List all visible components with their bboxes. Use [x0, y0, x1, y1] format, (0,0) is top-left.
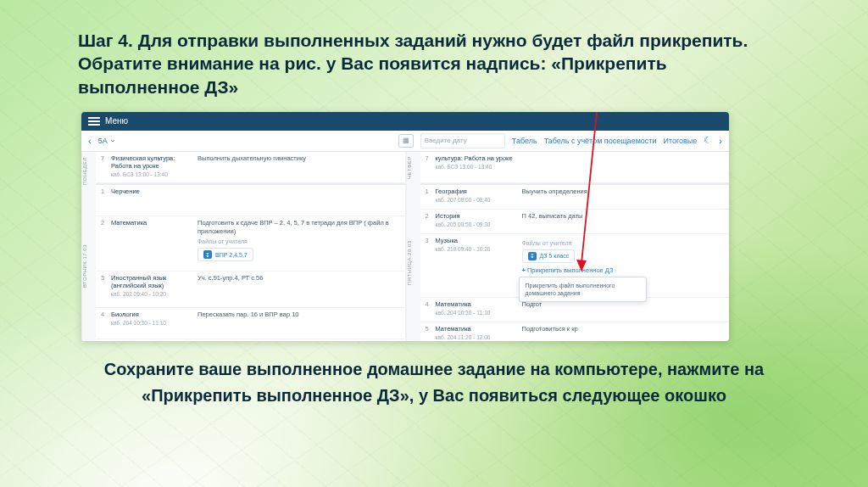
lesson-num: 3 — [424, 237, 431, 294]
chevron-down-icon: › — [108, 139, 116, 142]
menu-label[interactable]: Меню — [105, 116, 128, 126]
lesson-subject: История — [436, 212, 517, 220]
schedule-grid: ПОНЕДЕЛ ВТОРНИК 17.03 7 Физическая культ… — [81, 152, 729, 341]
attach-tooltip: Прикрепить файл выполненного домашнего з… — [519, 277, 647, 302]
right-rows: 7 культура: Работа на урокекаб. БСЗ 13:0… — [420, 152, 730, 341]
lesson-meta: каб. 207 08:00 - 08:40 — [436, 197, 517, 203]
lesson-num: 2 — [424, 212, 431, 231]
file-chip[interactable]: ↧ДЗ 5 класс — [522, 249, 576, 263]
step-heading: Шаг 4. Для отправки выполненных заданий … — [78, 29, 790, 98]
lesson-row[interactable]: 2 Историякаб. 205 08:50 - 09:30 П 42, вы… — [420, 210, 730, 234]
file-icon: ↧ — [203, 250, 212, 259]
lesson-hw: П 42, выписать даты — [522, 212, 726, 231]
files-label: Файлы от учителя — [198, 238, 402, 245]
lesson-subject: культура: Работа на уроке — [436, 154, 517, 162]
lesson-meta: каб. 204 10:30 - 11:10 — [436, 310, 517, 316]
lesson-num: 1 — [99, 188, 106, 213]
lesson-subject: Черчение — [111, 188, 192, 195]
lesson-row[interactable]: 7 Физическая культура: Работа на урокека… — [96, 152, 405, 183]
left-rows: 7 Физическая культура: Работа на урокека… — [96, 152, 405, 341]
lesson-row[interactable]: 1 Черчение — [96, 185, 405, 216]
calendar-icon[interactable]: ▦ — [398, 134, 414, 148]
class-selector[interactable]: 5А › — [98, 137, 114, 145]
lesson-row[interactable]: 7 культура: Работа на урокекаб. БСЗ 13:0… — [420, 152, 730, 183]
lesson-subject: Физическая культура: Работа на уроке — [111, 154, 192, 170]
lesson-meta: каб. 204 10:30 - 11:10 — [111, 320, 192, 326]
file-chip[interactable]: ↧ВПР 2,4,5,7 — [198, 248, 253, 261]
lesson-hw: Выполнить дыхательную гимнастику — [198, 154, 402, 180]
lesson-hw: Подготовить к сдаче ВПР – 2, 4, 5, 7 в т… — [198, 219, 402, 236]
lesson-num: 4 — [99, 311, 106, 336]
day-strip-thu: ЧЕТВЕР — [406, 152, 420, 184]
prev-icon[interactable]: ‹ — [88, 136, 92, 146]
lesson-meta: каб. 218 09:40 - 10:20 — [436, 246, 517, 252]
lesson-num: 2 — [99, 219, 106, 268]
day-strip-mon: ПОНЕДЕЛ — [81, 152, 96, 191]
date-input[interactable]: Введите дату — [420, 133, 505, 148]
slide: Шаг 4. Для отправки выполненных заданий … — [0, 0, 868, 487]
right-column: ЧЕТВЕР ПЯТНИЦА 20.03 7 культура: Работа … — [406, 152, 730, 341]
attach-homework-link[interactable]: Прикрепить выполненное ДЗ — [522, 266, 614, 274]
lesson-num: 1 — [424, 188, 431, 206]
next-icon[interactable]: › — [719, 136, 722, 146]
lesson-subject: Математика — [436, 300, 517, 308]
lesson-row[interactable]: 2 Математика Подготовить к сдаче ВПР – 2… — [96, 216, 405, 271]
lesson-subject: Иностранный язык (английский язык) — [111, 274, 192, 289]
tab-attendance[interactable]: Табель с учётом посещаемости — [544, 137, 657, 145]
sub-toolbar: ‹ 5А › ▦ Введите дату Табель Табель с уч… — [81, 131, 729, 152]
lesson-hw: Пересказать пар. 16 и ВПР вар 10 — [198, 311, 402, 336]
lesson-row[interactable]: 5 Математика: Проверочная работа Подгото… — [96, 339, 405, 341]
lesson-subject: Музыка — [436, 237, 517, 244]
tab-final[interactable]: Итоговые — [663, 137, 697, 145]
moon-icon[interactable]: ☾ — [704, 135, 712, 146]
hamburger-icon[interactable] — [88, 117, 100, 126]
lesson-hw: Подгот — [522, 300, 726, 319]
tab-tabel[interactable]: Табель — [512, 137, 537, 145]
app-topbar: Меню — [81, 112, 729, 131]
lesson-subject: География — [436, 188, 517, 195]
lesson-meta: каб. БСЗ 13:00 - 13:40 — [111, 171, 192, 177]
class-label: 5А — [98, 137, 108, 145]
lesson-num: 3 — [99, 274, 106, 305]
lesson-subject: Математика — [111, 219, 192, 227]
lesson-hw: Уч. с.91-упр.4, РТ с.56 — [198, 274, 402, 305]
lesson-num: 7 — [99, 154, 106, 180]
lesson-num: 4 — [424, 300, 431, 319]
lesson-meta: каб. 202 09:40 - 10:20 — [111, 291, 192, 297]
lesson-row[interactable]: 5 Математикакаб. 204 11:20 - 12:00 Подго… — [420, 322, 730, 341]
lesson-hw: Выучить определения — [522, 188, 726, 206]
lesson-num: 7 — [424, 154, 431, 180]
files-label: Файлы от учителя — [522, 239, 726, 247]
footer-instruction: Сохраните ваше выполненное домашнее зада… — [61, 356, 807, 409]
lesson-subject: Математика — [436, 325, 517, 333]
lesson-row[interactable]: 1 Географиякаб. 207 08:00 - 08:40 Выучит… — [420, 185, 730, 210]
lesson-meta: каб. 204 11:20 - 12:00 — [436, 334, 517, 340]
lesson-row[interactable]: 4 Биологиякаб. 204 10:30 - 11:10 Переска… — [96, 308, 405, 339]
lesson-num: 5 — [424, 325, 431, 341]
lesson-row[interactable]: 3 Иностранный язык (английский язык)каб.… — [96, 271, 405, 308]
day-strip-fri: ПЯТНИЦА 20.03 — [406, 184, 420, 341]
app-screenshot: Меню ‹ 5А › ▦ Введите дату Табель Табель… — [81, 112, 729, 341]
lesson-row[interactable]: 3 Музыкакаб. 218 09:40 - 10:20 Файлы от … — [420, 234, 730, 298]
lesson-meta: каб. БСЗ 13:00 - 13:40 — [436, 164, 517, 170]
day-strip-tue: ВТОРНИК 17.03 — [81, 191, 96, 341]
left-column: ПОНЕДЕЛ ВТОРНИК 17.03 7 Физическая культ… — [81, 152, 406, 341]
lesson-meta: каб. 205 08:50 - 09:30 — [436, 221, 517, 227]
lesson-hw: Подготовиться к кр — [522, 325, 726, 341]
lesson-subject: Биология — [111, 311, 192, 318]
file-icon: ↧ — [528, 252, 537, 260]
